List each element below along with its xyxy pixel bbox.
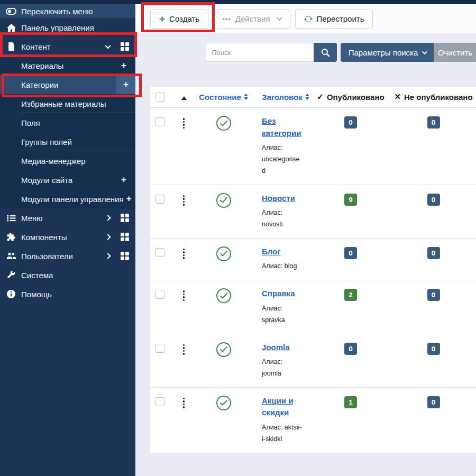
drag-handle-icon[interactable] [183,118,185,129]
published-state-icon[interactable] [216,342,231,357]
chevron-right-icon [103,216,113,220]
clear-button[interactable]: Очистить [434,43,476,62]
refresh-icon [304,15,313,23]
add-icon[interactable]: + [118,60,129,71]
sidebar-item-admin-modules[interactable]: Модули панели управления + [0,189,135,208]
sidebar-item-label: Медиа-менеджер [21,157,129,166]
search-options-button[interactable]: Параметры поиска [341,43,434,62]
ordering-sort-icon[interactable] [181,96,187,100]
dashboard-grid-icon[interactable] [121,214,129,222]
sidebar-item-menus[interactable]: Меню [0,208,135,227]
published-state-icon[interactable] [216,288,231,303]
sidebar-item-components[interactable]: Компоненты [0,227,135,246]
drag-handle-icon[interactable] [183,195,185,206]
drag-handle-icon[interactable] [183,398,185,408]
unpublished-count-badge[interactable]: 0 [427,194,440,206]
add-icon[interactable]: + [124,194,134,204]
sidebar-item-content[interactable]: Контент [0,37,135,56]
sidebar-item-label: Модули панели управления [21,195,124,204]
sidebar-item-field-groups[interactable]: Группы полей [0,132,135,151]
drag-handle-icon[interactable] [183,344,185,355]
published-column-header: ✓ Опубликовано [317,92,384,102]
unpublished-count-badge[interactable]: 0 [427,289,440,301]
check-icon: ✓ [317,92,324,102]
published-state-icon[interactable] [216,246,231,261]
dashboard-grid-icon[interactable] [121,42,129,51]
table-row: Акции и скидки Алиас: aktsii-i-skidki 1 … [150,387,476,453]
row-checkbox[interactable] [155,344,164,353]
published-count-badge[interactable]: 0 [344,343,357,355]
unpublished-count-badge[interactable]: 0 [427,343,440,355]
unpublished-count-badge[interactable]: 0 [427,116,440,129]
category-alias: Алиас: joomla [262,356,303,380]
unpublished-count-badge[interactable]: 0 [427,396,440,408]
add-icon[interactable]: + [118,175,129,185]
published-count-badge[interactable]: 1 [344,396,357,408]
sidebar-item-categories[interactable]: Категории + [0,75,135,94]
drag-handle-icon[interactable] [183,249,185,259]
sidebar-item-featured[interactable]: Избранные материалы [0,94,135,113]
create-button[interactable]: + Создать [150,10,208,29]
rebuild-button[interactable]: Перестроить [295,10,373,29]
dashboard-grid-icon[interactable] [121,252,129,260]
published-state-icon[interactable] [216,396,231,410]
sidebar-item-articles[interactable]: Материалы + [0,56,135,75]
published-state-icon[interactable] [216,193,231,208]
row-checkbox[interactable] [155,290,164,299]
unpublished-count-badge[interactable]: 0 [427,247,440,259]
ellipsis-icon: ••• [222,15,231,23]
actions-button[interactable]: ••• Действия [213,10,290,29]
row-checkbox[interactable] [155,397,164,406]
sidebar-item-system[interactable]: Система [0,266,135,285]
category-title-link[interactable]: Справка [262,289,295,298]
search-options-label: Параметры поиска [349,48,418,57]
sidebar-item-users[interactable]: Пользователи [0,246,135,266]
sidebar-item-toggle-menu[interactable]: Переключить меню [0,4,135,18]
sort-icon [244,94,248,100]
search-button[interactable] [314,43,337,62]
sidebar-item-site-modules[interactable]: Модули сайта + [0,170,135,189]
sidebar-item-label: Группы полей [21,138,129,147]
category-alias: Алиас: aktsii-i-skidki [262,422,303,445]
sidebar-item-help[interactable]: Помощь [0,285,135,304]
unpublished-header-label: Не опубликовано [404,93,473,102]
category-title-link[interactable]: Акции и скидки [262,396,293,417]
category-title-link[interactable]: Без категории [262,116,301,138]
row-checkbox[interactable] [155,195,164,204]
search-input[interactable] [206,43,314,62]
category-title-link[interactable]: Joomla [262,343,290,352]
search-icon [321,48,330,57]
published-state-icon[interactable] [216,116,231,131]
toolbar: + Создать ••• Действия Перестроить [135,4,476,34]
published-count-badge[interactable]: 0 [344,247,357,259]
dashboard-grid-icon[interactable] [121,233,129,241]
category-title-link[interactable]: Блог [262,247,281,256]
row-checkbox[interactable] [155,117,164,126]
category-title-link[interactable]: Новости [262,194,295,203]
row-checkbox[interactable] [155,248,164,257]
sidebar-item-media[interactable]: Медиа-менеджер [0,151,135,170]
sidebar-item-label: Переключить меню [21,7,129,16]
top-strip [0,0,476,4]
chevron-right-icon [103,235,113,239]
drag-handle-icon[interactable] [183,290,185,301]
add-category-button[interactable]: + [116,75,135,94]
add-icon: + [121,79,131,90]
actions-button-label: Действия [235,14,270,23]
select-all-checkbox[interactable] [155,93,164,102]
sidebar-item-dashboard[interactable]: Панель управления [0,18,135,37]
category-alias: Алиас: novosti [262,207,303,231]
state-column-header[interactable]: Состояние [199,93,248,102]
published-count-badge[interactable]: 2 [344,289,357,301]
table-row: Блог Алиас: blog 0 0 [150,238,476,280]
list-icon [5,214,17,222]
sidebar-item-label: Избранные материалы [21,99,129,108]
title-column-header[interactable]: Заголовок [262,93,303,102]
create-button-label: Создать [169,14,199,23]
sidebar-item-label: Поля [21,118,129,127]
published-count-badge[interactable]: 9 [344,194,357,206]
sidebar-item-fields[interactable]: Поля [0,113,135,132]
category-alias: Алиас: blog [262,261,303,272]
published-count-badge[interactable]: 0 [344,116,357,129]
table-row: Новости Алиас: novosti 9 0 [150,185,476,238]
